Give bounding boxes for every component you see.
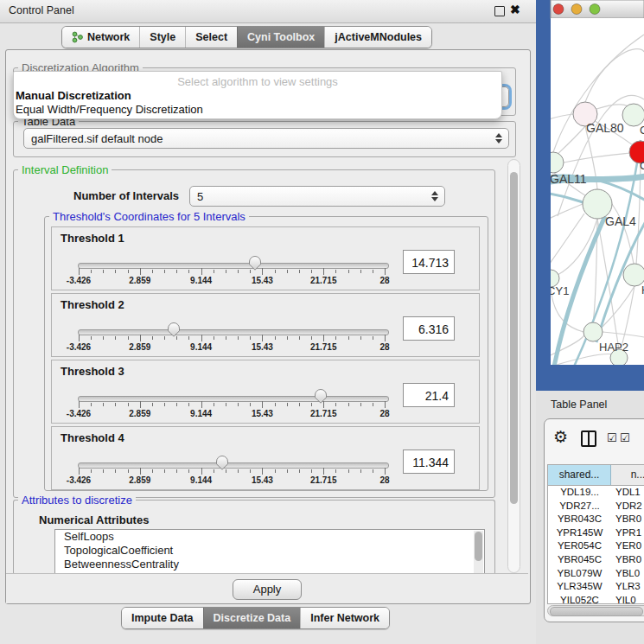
column-header-2[interactable]: n... (611, 465, 644, 485)
tick-mark (91, 403, 92, 406)
slider-track[interactable] (78, 396, 389, 402)
tick-mark (152, 270, 153, 273)
table-row[interactable]: YLR345WYLR3 (548, 580, 644, 594)
scrollbar-thumb[interactable] (510, 172, 518, 504)
tick-label: 21.715 (310, 342, 337, 352)
tick-label: 9.144 (190, 409, 212, 418)
tab-discretize-data[interactable]: Discretize Data (203, 608, 301, 628)
traffic-light-close-icon[interactable] (553, 4, 564, 15)
apply-button[interactable]: Apply (233, 579, 302, 600)
tick-mark (373, 270, 373, 273)
dropdown-item-manual-discretization[interactable]: Manual Discretization (14, 89, 501, 103)
panel-footer: Apply (6, 573, 528, 603)
node-label: G (640, 124, 644, 137)
tick-mark (250, 336, 251, 340)
threshold-value-input[interactable]: 6.316 (403, 316, 455, 341)
table-cell: YER0 (611, 539, 644, 553)
tick-label: 15.43 (252, 276, 273, 285)
dropdown-item-equal-width-frequency-discretization[interactable]: Equal Width/Frequency Discretization (14, 103, 501, 117)
table-row[interactable]: YIL052CYIL0 (548, 594, 644, 604)
checkbox-icon[interactable]: ☑ (620, 431, 630, 444)
tick-mark (226, 270, 226, 273)
tick-mark (79, 335, 80, 341)
float-window-icon[interactable] (494, 6, 505, 16)
scrollbar-thumb[interactable] (550, 607, 643, 616)
node-label: GAL4 (605, 214, 636, 228)
slider-handle[interactable] (247, 255, 263, 271)
tick-mark (201, 335, 202, 341)
slider-handle[interactable] (214, 455, 230, 471)
network-node-hap2[interactable] (583, 322, 603, 341)
tick-mark (91, 270, 92, 273)
table-row[interactable]: YBL079WYBL0 (548, 567, 644, 581)
numerical-attributes-list[interactable]: SelfLoopsTopologicalCoefficientBetweenne… (54, 529, 485, 575)
tick-mark (360, 270, 361, 273)
table-row[interactable]: YDL19...YDL1 (548, 486, 644, 500)
split-columns-icon[interactable] (581, 430, 596, 447)
application-window: Control Panel ✖ NetworkStyleSelectCyni T… (0, 0, 644, 644)
tick-mark (103, 403, 104, 406)
table-row[interactable]: YPR145WYPR1 (548, 526, 644, 540)
tick-label: 15.43 (252, 342, 273, 352)
tab-select[interactable]: Select (185, 27, 237, 48)
tab-jactivemnodules[interactable]: jActiveMNodules (324, 27, 431, 48)
tick-mark (287, 270, 288, 273)
attribute-item-topologicalcoefficient[interactable]: TopologicalCoefficient (55, 544, 484, 558)
table-row[interactable]: YBR045CYBR0 (548, 553, 644, 567)
threshold-value-input[interactable]: 21.4 (403, 383, 455, 407)
attribute-item-betweennesscentrality[interactable]: BetweennessCentrality (55, 558, 484, 571)
table-data-combobox[interactable]: galFiltered.sif default node (23, 128, 509, 149)
tick-mark (311, 469, 312, 473)
bottom-tab-bar: Impute DataDiscretize DataInfer Network (121, 607, 390, 629)
table-cell: YLR345W (548, 580, 611, 594)
slider-track[interactable] (78, 462, 389, 469)
checkbox-icon[interactable]: ☑ (607, 431, 617, 444)
node-label: HAP2 (599, 341, 628, 354)
table-row[interactable]: YER054CYER0 (548, 539, 644, 553)
tick-mark (164, 270, 165, 273)
list-scrollbar[interactable] (474, 531, 483, 573)
slider-handle[interactable] (313, 388, 328, 405)
tick-label: 21.715 (310, 475, 337, 485)
number-of-intervals-combobox[interactable]: 5 (189, 186, 445, 207)
tick-mark (385, 401, 386, 408)
attribute-item-selfloops[interactable]: SelfLoops (55, 530, 484, 544)
tab-impute-data[interactable]: Impute Data (122, 608, 203, 628)
tick-label: -3.426 (67, 342, 91, 352)
tick-label: 2.859 (129, 342, 150, 352)
tick-mark (275, 403, 276, 406)
tab-label: Select (195, 27, 227, 48)
close-icon[interactable]: ✖ (510, 3, 520, 16)
number-of-intervals-value: 5 (197, 190, 203, 203)
column-header-1[interactable]: shared... (548, 465, 611, 485)
tick-mark (360, 403, 361, 406)
tab-network[interactable]: Network (62, 27, 139, 48)
tab-style[interactable]: Style (139, 27, 185, 48)
traffic-light-minimize-icon[interactable] (571, 4, 582, 15)
tick-mark (385, 335, 386, 341)
tick-label: 9.144 (190, 276, 212, 285)
tab-cyni-toolbox[interactable]: Cyni Toolbox (237, 27, 324, 48)
panel-vertical-scrollbar[interactable] (507, 159, 520, 573)
table-row[interactable]: YBR043CYBR0 (548, 513, 644, 526)
threshold-value-input[interactable]: 14.713 (403, 250, 455, 274)
tick-mark (275, 336, 276, 340)
slider-handle[interactable] (166, 322, 182, 338)
tab-label: Impute Data (131, 608, 194, 628)
table-cell: YBL079W (548, 567, 611, 581)
tab-infer-network[interactable]: Infer Network (300, 608, 389, 628)
tab-label: Cyni Toolbox (247, 27, 315, 48)
slider-track[interactable] (78, 329, 389, 335)
table-horizontal-scrollbar[interactable] (547, 605, 644, 616)
gear-icon[interactable]: ⚙ (553, 427, 568, 447)
traffic-light-zoom-icon[interactable] (590, 4, 600, 15)
threshold-block-2: Threshold 2-3.4262.8599.14415.4321.71528… (51, 293, 480, 357)
slider-track[interactable] (78, 263, 389, 269)
tick-mark (79, 268, 80, 275)
tick-label: 21.715 (310, 276, 337, 285)
tab-label: jActiveMNodules (335, 27, 422, 48)
table-cell: YDR2 (611, 500, 644, 513)
table-data-selected-value: galFiltered.sif default node (31, 132, 163, 145)
table-row[interactable]: YDR27...YDR2 (548, 500, 644, 513)
threshold-value-input[interactable]: 11.344 (403, 450, 455, 474)
